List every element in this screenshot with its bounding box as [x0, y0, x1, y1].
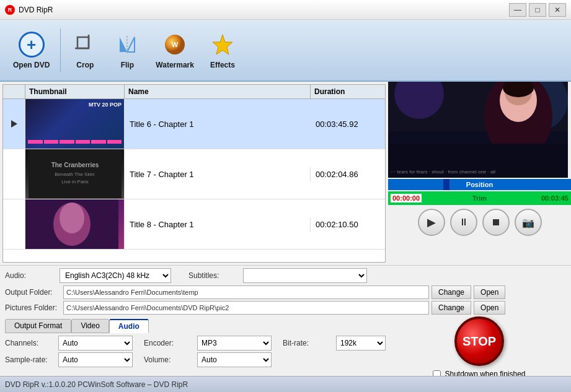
- bitrate-select[interactable]: 192k: [336, 336, 386, 351]
- flip-label: Flip: [121, 61, 134, 69]
- tab-output-format[interactable]: Output Format: [5, 319, 71, 333]
- crop-icon: [71, 31, 99, 58]
- svg-text:W: W: [172, 41, 179, 48]
- row-duration-3: 00:02:10.50: [311, 217, 385, 232]
- tab-audio[interactable]: Audio: [109, 319, 149, 333]
- row-check-3: [3, 199, 25, 249]
- toolbar-separator-1: [60, 28, 61, 72]
- samplerate-label: Sample-rate:: [5, 355, 55, 364]
- row-duration-1: 00:03:45.92: [311, 117, 385, 131]
- format-tabs: Output Format Video Audio: [5, 319, 387, 333]
- pictures-folder-path[interactable]: C:\Users\Alessandro Ferri\Documents\DVD …: [63, 301, 429, 315]
- content-area: Thumbnail Name Duration MTV 20 POP: [0, 82, 571, 392]
- title-bar: R DVD RipR — □ ✕: [0, 0, 571, 20]
- status-bar: DVD RipR v.:1.0.0.20 PCWinSoft Software …: [0, 376, 571, 392]
- output-folder-change-button[interactable]: Change: [432, 285, 471, 299]
- volume-label: Volume:: [144, 355, 193, 364]
- svg-marker-8: [213, 35, 232, 54]
- flip-button[interactable]: Flip: [107, 28, 148, 72]
- minimize-button[interactable]: —: [509, 3, 526, 17]
- output-folder-row: Output Folder: C:\Users\Alessandro Ferri…: [5, 285, 566, 299]
- trim-start-time: 00:00:00: [391, 194, 422, 203]
- status-text: DVD RipR v.:1.0.0.20 PCWinSoft Software …: [5, 380, 188, 389]
- samplerate-select[interactable]: Auto: [58, 352, 133, 367]
- table-row[interactable]: MTV 20 POP T: [3, 99, 385, 149]
- col-duration-header: Duration: [311, 85, 385, 98]
- output-folder-path[interactable]: C:\Users\Alessandro Ferri\Documents\temp: [63, 285, 429, 299]
- toolbar: + Open DVD Crop Flip: [0, 20, 571, 82]
- pictures-folder-open-button[interactable]: Open: [474, 301, 505, 315]
- bottom-controls: Audio: English AC3(2Ch) 48 kHz Subtitles…: [0, 265, 571, 392]
- row-name-1: Title 6 - Chapter 1: [125, 117, 311, 131]
- pause-button[interactable]: [450, 209, 477, 236]
- encoder-row-1: Channels: Auto Encoder: MP3 Bit-rate: 19…: [5, 336, 387, 351]
- row-duration-2: 00:02:04.86: [311, 167, 385, 181]
- subtitles-select[interactable]: [243, 268, 367, 283]
- title-bar-controls: — □ ✕: [509, 3, 566, 17]
- position-bar[interactable]: Position: [388, 179, 571, 190]
- table-row[interactable]: Title 8 - Chapter 1 00:02:10.50: [3, 199, 385, 250]
- stop-button[interactable]: STOP: [454, 316, 504, 366]
- row-name-2: Title 7 - Chapter 1: [125, 167, 311, 181]
- preview-frame: ⋯ tears for fears · shout · from channel…: [388, 82, 568, 178]
- play-arrow-icon: [11, 120, 17, 128]
- encoder-select[interactable]: MP3: [197, 336, 272, 351]
- channels-label: Channels:: [5, 339, 55, 347]
- effects-icon: [209, 31, 236, 58]
- svg-marker-3: [120, 37, 127, 52]
- effects-button[interactable]: Effects: [202, 28, 243, 72]
- col-check: [3, 85, 25, 98]
- position-bar-container: Position 00:00:00 Trim 00:03:45: [388, 179, 571, 205]
- right-panel: ⋯ tears for fears · shout · from channel…: [388, 82, 571, 265]
- svg-point-15: [60, 203, 84, 233]
- row-name-3: Title 8 - Chapter 1: [125, 217, 311, 232]
- preview-video: ⋯ tears for fears · shout · from channel…: [388, 82, 568, 178]
- file-list-body: MTV 20 POP T: [3, 99, 385, 262]
- svg-rect-0: [77, 37, 89, 48]
- open-dvd-label: Open DVD: [13, 61, 50, 69]
- play-button[interactable]: [418, 209, 445, 236]
- audio-select[interactable]: English AC3(2Ch) 48 kHz: [60, 268, 171, 283]
- position-thumb[interactable]: [443, 179, 449, 190]
- subtitles-label: Subtitles:: [188, 271, 238, 280]
- crop-label: Crop: [76, 61, 94, 69]
- screenshot-button[interactable]: [515, 209, 542, 236]
- encoder-row-2: Sample-rate: Auto Volume: Auto: [5, 352, 387, 367]
- open-dvd-button[interactable]: + Open DVD: [6, 28, 56, 72]
- left-panel: Thumbnail Name Duration MTV 20 POP: [0, 82, 388, 265]
- tab-video[interactable]: Video: [71, 319, 108, 333]
- controls-row: [388, 206, 571, 238]
- volume-select[interactable]: Auto: [197, 352, 272, 367]
- app-title: DVD RipR: [19, 6, 53, 14]
- channels-select[interactable]: Auto: [58, 336, 133, 351]
- thumbnail-3: [25, 199, 125, 249]
- bitrate-label: Bit-rate:: [283, 339, 332, 347]
- audio-label: Audio:: [5, 271, 55, 280]
- output-folder-open-button[interactable]: Open: [474, 285, 505, 299]
- file-list-header: Thumbnail Name Duration: [3, 85, 385, 99]
- row-play-indicator: [3, 99, 25, 149]
- svg-text:Live in Paris: Live in Paris: [61, 179, 89, 185]
- file-list: Thumbnail Name Duration MTV 20 POP: [2, 84, 386, 263]
- pictures-folder-change-button[interactable]: Change: [432, 301, 471, 315]
- watermark-icon: W: [161, 31, 188, 58]
- middle-row: Thumbnail Name Duration MTV 20 POP: [0, 82, 571, 265]
- open-dvd-icon: +: [18, 31, 45, 58]
- watermark-button[interactable]: W Watermark: [149, 28, 201, 72]
- svg-text:The Cranberries: The Cranberries: [51, 162, 99, 168]
- col-thumbnail-header: Thumbnail: [25, 85, 125, 98]
- flip-icon: [113, 31, 141, 58]
- table-row[interactable]: The Cranberries Beneath The Skin: Live i…: [3, 149, 385, 199]
- pictures-folder-row: Pictures Folder: C:\Users\Alessandro Fer…: [5, 301, 566, 315]
- restore-button[interactable]: □: [529, 3, 546, 17]
- pictures-folder-label: Pictures Folder:: [5, 303, 61, 312]
- close-button[interactable]: ✕: [549, 3, 566, 17]
- trim-bar[interactable]: 00:00:00 Trim 00:03:45: [388, 191, 571, 205]
- watermark-label: Watermark: [156, 61, 194, 69]
- effects-label: Effects: [210, 61, 235, 69]
- encoder-label: Encoder:: [144, 339, 193, 347]
- svg-text:Beneath The Skin:: Beneath The Skin:: [55, 172, 95, 177]
- crop-button[interactable]: Crop: [64, 28, 105, 72]
- stop-playback-button[interactable]: [482, 209, 510, 236]
- thumbnail-1: MTV 20 POP: [25, 99, 125, 149]
